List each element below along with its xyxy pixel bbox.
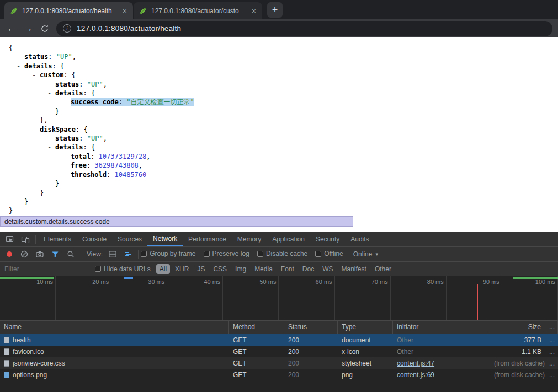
devtools-tab-security[interactable]: Security: [310, 232, 345, 246]
tab-close-icon[interactable]: ×: [121, 7, 128, 15]
filter-icon[interactable]: [51, 250, 60, 259]
filter-pill-xhr[interactable]: XHR: [172, 264, 192, 274]
checkbox-label: Preserve log: [212, 250, 249, 257]
json-punct: {: [72, 71, 76, 79]
column-header-status[interactable]: Status: [284, 321, 338, 334]
devtools-tab-sources[interactable]: Sources: [112, 232, 147, 246]
json-path-bar: details.custom.details.success code: [0, 216, 353, 227]
clear-icon[interactable]: [20, 250, 29, 259]
checkbox-box: [95, 266, 101, 272]
collapse-toggle-icon[interactable]: -: [32, 125, 40, 134]
checkbox-offline[interactable]: Offline: [315, 250, 343, 257]
browser-tab[interactable]: 127.0.0.1:8080/actuator/health×: [4, 2, 133, 19]
table-row[interactable]: options.pngGET200pngcontent.js:69(from d…: [0, 369, 558, 380]
timeline-tick-label: 20 ms: [92, 278, 109, 285]
request-name: health: [13, 336, 31, 344]
large-rows-icon[interactable]: [108, 250, 117, 259]
json-line: status: "UP",: [4, 52, 558, 61]
devtools-tab-console[interactable]: Console: [77, 232, 112, 246]
timeline-overview[interactable]: 10 ms20 ms30 ms40 ms50 ms60 ms70 ms80 ms…: [0, 276, 558, 320]
devtools-tab-performance[interactable]: Performance: [183, 232, 232, 246]
json-line: status: "UP",: [4, 80, 558, 89]
overview-icon[interactable]: [124, 250, 132, 259]
json-punct: :: [79, 80, 87, 88]
json-punct: :: [63, 71, 71, 79]
filter-pill-js[interactable]: JS: [194, 264, 208, 274]
page-info-icon[interactable]: i: [63, 24, 71, 33]
devtools-tab-memory[interactable]: Memory: [232, 232, 267, 246]
column-header-type[interactable]: Type: [338, 321, 393, 334]
column-header-name[interactable]: Name: [0, 321, 229, 334]
checkbox-box: [141, 251, 147, 257]
checkbox-disable-cache[interactable]: Disable cache: [257, 250, 307, 257]
devtools-tab-network[interactable]: Network: [147, 232, 183, 246]
json-key: status: [55, 80, 79, 88]
json-key: status: [55, 135, 79, 142]
table-row[interactable]: favicon.icoGET200x-iconOther1.1 KB...: [0, 346, 558, 357]
json-punct: :: [107, 171, 114, 179]
cell-status: 200: [284, 336, 338, 344]
collapse-toggle-icon[interactable]: -: [47, 143, 55, 152]
collapse-toggle-icon[interactable]: -: [32, 71, 40, 79]
throttling-select[interactable]: Online ▾: [353, 250, 378, 258]
cell-type: png: [338, 371, 393, 379]
cell-method: GET: [229, 348, 284, 356]
document-file-icon: [4, 360, 9, 367]
collapse-toggle-icon[interactable]: -: [17, 62, 24, 71]
timeline-tick: 50 ms: [223, 276, 279, 320]
new-tab-button[interactable]: +: [267, 2, 283, 18]
devtools-tab-application[interactable]: Application: [267, 232, 310, 246]
json-punct: :: [83, 143, 91, 151]
checkbox-hide-data-urls[interactable]: Hide data URLs: [95, 265, 151, 273]
devtools-tab-audits[interactable]: Audits: [345, 232, 374, 246]
filter-pill-doc[interactable]: Doc: [299, 264, 317, 274]
filter-input[interactable]: [4, 265, 87, 273]
collapse-toggle-icon[interactable]: -: [47, 89, 55, 98]
device-toolbar-icon[interactable]: [21, 235, 30, 244]
column-header-initiator[interactable]: Initiator: [393, 321, 490, 334]
filter-pill-ws[interactable]: WS: [319, 264, 336, 274]
filter-pill-img[interactable]: Img: [232, 264, 249, 274]
initiator-link[interactable]: content.js:47: [397, 359, 434, 367]
screenshot-icon[interactable]: [35, 250, 44, 259]
filter-pill-css[interactable]: CSS: [210, 264, 230, 274]
filter-pills: AllXHRJSCSSImgMediaFontDocWSManifestOthe…: [156, 264, 396, 274]
initiator-text: Other: [397, 348, 413, 356]
devtools-tab-elements[interactable]: Elements: [38, 232, 77, 246]
json-string: "UP": [87, 135, 103, 142]
filter-pill-all[interactable]: All: [156, 264, 170, 274]
cell-initiator: Other: [393, 348, 490, 356]
filter-pill-media[interactable]: Media: [251, 264, 276, 274]
tab-close-icon[interactable]: ×: [251, 7, 257, 15]
filter-pill-font[interactable]: Font: [278, 264, 297, 274]
checkbox-preserve-log[interactable]: Preserve log: [204, 250, 249, 257]
json-key: status: [24, 53, 48, 61]
browser-tab[interactable]: 127.0.0.1:8080/actuator/custo×: [134, 2, 262, 19]
address-bar[interactable]: i 127.0.0.1:8080/actuator/health: [56, 21, 552, 36]
filter-pill-other[interactable]: Other: [371, 264, 395, 274]
json-punct: :: [76, 126, 83, 133]
reload-button[interactable]: [36, 20, 53, 37]
cell-type: stylesheet: [338, 359, 393, 367]
column-header-size[interactable]: Size: [490, 321, 545, 334]
json-punct: ,: [146, 153, 150, 160]
filter-pill-manifest[interactable]: Manifest: [338, 264, 370, 274]
page-content: {status: "UP",-details: {-custom: {statu…: [0, 37, 558, 232]
record-button[interactable]: [7, 251, 12, 257]
column-header-overflow[interactable]: ...: [545, 321, 558, 334]
column-header-method[interactable]: Method: [229, 321, 284, 334]
table-row[interactable]: healthGET200documentOther377 B...: [0, 334, 558, 346]
timeline-tick-label: 30 ms: [148, 278, 164, 285]
forward-button[interactable]: →: [20, 20, 36, 37]
timeline-tick-label: 80 ms: [427, 278, 444, 285]
inspect-icon[interactable]: [6, 235, 14, 244]
timeline-tick-label: 90 ms: [483, 278, 499, 285]
json-string: "UP": [87, 80, 103, 88]
table-row[interactable]: jsonview-core.cssGET200stylesheetcontent…: [0, 357, 558, 369]
initiator-link[interactable]: content.js:69: [397, 371, 434, 379]
search-icon[interactable]: [66, 250, 75, 259]
json-key: details: [55, 89, 83, 97]
back-button[interactable]: ←: [3, 20, 20, 37]
checkbox-group-by-frame[interactable]: Group by frame: [141, 250, 195, 257]
cell-name: health: [0, 336, 229, 344]
